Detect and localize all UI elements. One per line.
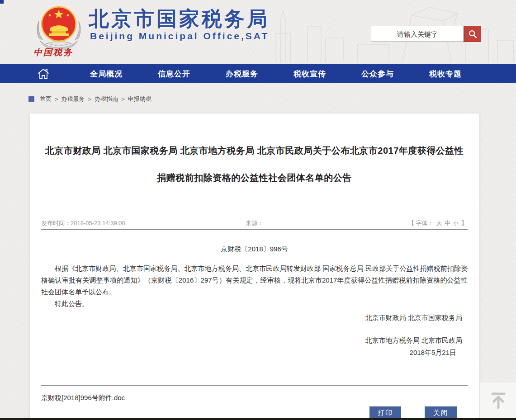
article-meta-row: 发布时间：2018-05-23 14:39:00 来源： 【 字体： 大 中 小…: [41, 217, 468, 230]
breadcrumb: 首页 > 办税服务 > 办税指南 > 申报纳税: [28, 95, 151, 103]
signature-line-2: 北京市地方税务局 北京市民政局: [365, 336, 462, 345]
site-header: 中国税务 北京市国家税务局 Beijing Municipal Office,S…: [0, 0, 516, 64]
search-icon: [468, 29, 478, 39]
font-size-suffix: 】: [461, 220, 467, 227]
nav-item-overview[interactable]: 全局概况: [72, 64, 140, 83]
back-to-top-button[interactable]: [480, 382, 516, 418]
font-size-small[interactable]: 小: [453, 220, 459, 227]
search-button[interactable]: [464, 26, 481, 42]
article-card: 北京市财政局 北京市国家税务局 北京市地方税务局 北京市民政局关于公布北京市20…: [29, 113, 479, 420]
closing-line: 特此公告。: [41, 298, 468, 310]
attachment-link[interactable]: 京财税[2018]996号附件.doc: [41, 394, 125, 402]
font-size-medium[interactable]: 中: [445, 220, 450, 227]
nav-item-publicity[interactable]: 税收宣传: [276, 64, 344, 83]
font-size-control: 【 字体： 大 中 小 】: [408, 219, 468, 227]
nav-item-disclosure[interactable]: 信息公开: [140, 64, 208, 83]
search-input[interactable]: [371, 26, 464, 42]
font-size-large[interactable]: 大: [436, 220, 442, 227]
close-button[interactable]: 关闭: [425, 406, 457, 419]
print-button[interactable]: 打印: [369, 406, 401, 419]
signature-date: 2018年5月21日: [410, 349, 456, 357]
breadcrumb-tax-service[interactable]: 办税服务: [62, 95, 85, 103]
source-label: 来源：: [41, 219, 468, 227]
corner-decoration: [0, 0, 4, 4]
site-logo[interactable]: 中国税务: [33, 3, 86, 59]
breadcrumb-separator: >: [88, 96, 92, 103]
main-nav: 全局概况 信息公开 办税服务 税收宣传 公众参与 税收专题: [0, 64, 516, 83]
document-number: 京财税〔2018〕996号: [30, 245, 479, 254]
page: 中国税务 北京市国家税务局 Beijing Municipal Office,S…: [0, 0, 516, 420]
signature-line-1: 北京市财政局 北京市国家税务局: [365, 314, 462, 322]
logo-caption: 中国税务: [33, 47, 73, 57]
nav-item-topics[interactable]: 税收专题: [412, 64, 479, 83]
font-size-prefix: 【 字体：: [408, 220, 434, 227]
breadcrumb-tax-guide[interactable]: 办税指南: [95, 95, 118, 103]
bottom-bar: [0, 418, 516, 420]
home-icon: [37, 67, 50, 80]
search-box: [371, 26, 481, 42]
attachment-divider: [41, 385, 468, 386]
nav-item-participation[interactable]: 公众参与: [344, 64, 412, 83]
breadcrumb-separator: >: [55, 96, 58, 103]
nav-item-tax-service[interactable]: 办税服务: [208, 64, 276, 83]
breadcrumb-current: 申报纳税: [128, 95, 151, 103]
article-body: 根据《北京市财政局、北京市国家税务局、北京市地方税务局、北京市民政局转发财政部 …: [41, 263, 468, 310]
breadcrumb-home[interactable]: 首页: [40, 95, 52, 103]
breadcrumb-marker-icon: [28, 96, 34, 102]
site-subtitle: Beijing Municipal Office,SAT: [90, 31, 269, 42]
nav-home[interactable]: [30, 64, 57, 83]
breadcrumb-separator: >: [121, 96, 125, 103]
nav-items: 全局概况 信息公开 办税服务 税收宣传 公众参与 税收专题: [72, 64, 479, 83]
taxation-emblem-icon: [37, 7, 80, 51]
site-title: 北京市国家税务局: [89, 5, 270, 33]
back-to-top-icon: [488, 390, 509, 411]
body-paragraph: 根据《北京市财政局、北京市国家税务局、北京市地方税务局、北京市民政局转发财政部 …: [41, 263, 468, 298]
article-title: 北京市财政局 北京市国家税务局 北京市地方税务局 北京市民政局关于公布北京市20…: [41, 137, 468, 191]
